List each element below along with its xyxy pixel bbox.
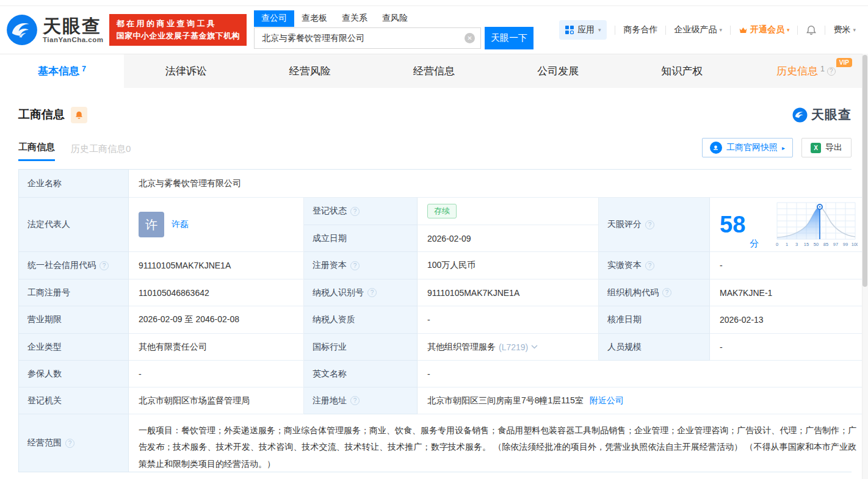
search-button[interactable]: 天眼一下 xyxy=(485,27,533,49)
help-icon[interactable]: ? xyxy=(350,261,360,270)
user-menu[interactable]: 费米 ▾ xyxy=(833,24,856,35)
establish-date-value: 2026-02-09 xyxy=(418,225,599,252)
help-icon[interactable]: ? xyxy=(65,439,74,448)
clear-icon[interactable]: ✕ xyxy=(465,33,475,43)
chevron-down-icon[interactable] xyxy=(531,345,538,349)
reg-status-label: 登记状态? xyxy=(304,198,418,225)
tab-count: 7 xyxy=(82,65,86,73)
logo-subtitle: TianYanCha.com xyxy=(43,36,103,43)
score-distribution-chart: 0 1 3 15 50 85 97 99 100 xyxy=(772,200,858,249)
nearby-companies-link[interactable]: 附近公司 xyxy=(590,395,624,406)
uscc-value: 91110105MAK7KJNE1A xyxy=(129,252,304,279)
watermark-text: 天眼查 xyxy=(811,106,852,123)
company-name-value: 北京与雾餐饮管理有限公司 xyxy=(129,170,867,198)
industry-value: 其他组织管理服务 (L7219) xyxy=(418,334,599,361)
reg-number-value: 110105046863642 xyxy=(129,279,304,306)
org-code-value: MAK7KJNE-1 xyxy=(710,279,867,306)
scrollbar-track[interactable] xyxy=(862,54,868,479)
approval-date-value: 2026-02-13 xyxy=(710,306,867,334)
score-label: 天眼评分? xyxy=(599,198,710,252)
watermark-logo: 天眼查 xyxy=(792,106,852,123)
nav-cooperation[interactable]: 商务合作 xyxy=(623,24,657,35)
arrow-right-icon: ▸ xyxy=(782,145,785,151)
taxpayer-qualification-value: - xyxy=(418,306,599,334)
search-tabs: 查公司 查老板 查关系 查风险 xyxy=(254,10,533,27)
help-icon[interactable]: ? xyxy=(662,288,671,297)
search-block: 查公司 查老板 查关系 查风险 ✕ 天眼一下 xyxy=(254,10,533,49)
tab-company-development[interactable]: 公司发展 xyxy=(496,54,620,88)
business-scope-value: 一般项目：餐饮管理；外卖递送服务；商业综合体管理服务；商业、饮食、服务专用设备销… xyxy=(129,414,867,472)
help-icon[interactable]: ? xyxy=(645,261,654,270)
help-icon[interactable]: ? xyxy=(367,288,377,297)
search-tab-relation[interactable]: 查关系 xyxy=(335,10,375,27)
site-logo[interactable]: 天眼查 TianYanCha.com xyxy=(6,14,103,46)
help-icon[interactable]: ? xyxy=(645,220,654,229)
tab-intellectual-property[interactable]: 知识产权 xyxy=(620,54,744,88)
taxpayer-id-value: 91110105MAK7KJNE1A xyxy=(418,279,599,306)
legal-rep-link[interactable]: 许磊 xyxy=(172,219,189,230)
svg-text:100: 100 xyxy=(852,242,858,247)
search-tab-risk[interactable]: 查风险 xyxy=(375,10,415,27)
english-name-label: 英文名称 xyxy=(304,361,418,387)
export-button[interactable]: X 导出 xyxy=(801,138,852,157)
reg-capital-label: 注册资本? xyxy=(304,252,418,279)
industry-label: 国标行业 xyxy=(304,334,418,361)
caret-down-icon: ▾ xyxy=(853,27,856,33)
staff-size-label: 人员规模 xyxy=(599,334,710,361)
svg-text:97: 97 xyxy=(833,242,838,247)
logo-title: 天眼查 xyxy=(43,16,103,36)
top-divider xyxy=(0,0,868,6)
help-icon[interactable]: ? xyxy=(827,67,836,76)
search-tab-company[interactable]: 查公司 xyxy=(254,10,294,27)
caret-down-icon: ▾ xyxy=(598,27,601,33)
tab-legal-litigation[interactable]: 法律诉讼 xyxy=(124,54,248,88)
reg-number-label: 工商注册号 xyxy=(19,279,129,306)
svg-text:1: 1 xyxy=(786,242,788,247)
search-tab-boss[interactable]: 查老板 xyxy=(294,10,335,27)
tianyancha-watermark-icon xyxy=(792,107,808,123)
legal-rep-avatar[interactable]: 许 xyxy=(139,212,164,237)
tianyancha-logo-icon xyxy=(6,14,38,46)
caret-down-icon: ▾ xyxy=(787,27,790,33)
svg-text:85: 85 xyxy=(823,242,828,247)
notification-bell-icon[interactable] xyxy=(806,25,817,35)
nav-enterprise-products[interactable]: 企业级产品 ▾ xyxy=(674,24,722,35)
help-icon[interactable]: ? xyxy=(350,396,360,405)
legal-rep-value: 许 许磊 xyxy=(129,198,304,252)
uscc-label: 统一社会信用代码? xyxy=(19,252,129,279)
score-number: 58 xyxy=(720,213,745,236)
registration-authority-label: 登记机关 xyxy=(19,387,129,414)
registration-authority-value: 北京市朝阳区市场监督管理局 xyxy=(129,387,304,414)
company-type-label: 企业类型 xyxy=(19,334,129,361)
stamp-icon xyxy=(710,142,722,154)
subscribe-bell-button[interactable] xyxy=(71,107,87,123)
search-input[interactable] xyxy=(254,27,481,49)
apps-menu[interactable]: 应用 ▾ xyxy=(559,20,607,40)
tianyancha-company-page: 天眼查 TianYanCha.com 都在用的商业查询工具 国家中小企业发展子基… xyxy=(0,0,868,479)
help-icon[interactable]: ? xyxy=(99,261,109,270)
tab-history-info[interactable]: VIP 历史信息1 ? xyxy=(744,54,868,88)
site-header: 天眼查 TianYanCha.com 都在用的商业查询工具 国家中小企业发展子基… xyxy=(0,6,868,54)
tab-operation-risk[interactable]: 经营风险 xyxy=(248,54,372,88)
tab-basic-info[interactable]: 基本信息7 xyxy=(0,54,124,88)
tab-count: 1 xyxy=(820,65,825,73)
business-info-table: 企业名称 北京与雾餐饮管理有限公司 法定代表人 许 许磊 登记状态? 存续 成立… xyxy=(18,169,852,472)
business-term-label: 营业期限 xyxy=(19,306,129,334)
nav-open-vip[interactable]: 开通会员 ▾ xyxy=(739,24,790,35)
excel-icon: X xyxy=(811,143,821,153)
scrollbar-thumb[interactable] xyxy=(863,55,867,287)
help-icon[interactable]: ? xyxy=(350,207,360,216)
bell-icon xyxy=(74,110,84,120)
registered-address-label: 注册地址? xyxy=(304,387,418,414)
promo-banner: 都在用的商业查询工具 国家中小企业发展子基金旗下机构 xyxy=(109,14,247,46)
score-value: 58 分 xyxy=(710,198,867,252)
official-snapshot-button[interactable]: 工商官网快照 ▸ xyxy=(702,138,793,157)
status-badge: 存续 xyxy=(427,204,457,218)
staff-size-value: - xyxy=(710,334,867,361)
company-name-label: 企业名称 xyxy=(19,170,129,198)
reg-status-value: 存续 xyxy=(418,198,599,225)
subtab-history-business-info[interactable]: 历史工商信息0 xyxy=(71,143,131,161)
subtab-business-info[interactable]: 工商信息 xyxy=(18,142,55,161)
score-unit: 分 xyxy=(750,238,759,250)
tab-operation-info[interactable]: 经营信息 xyxy=(372,54,496,88)
